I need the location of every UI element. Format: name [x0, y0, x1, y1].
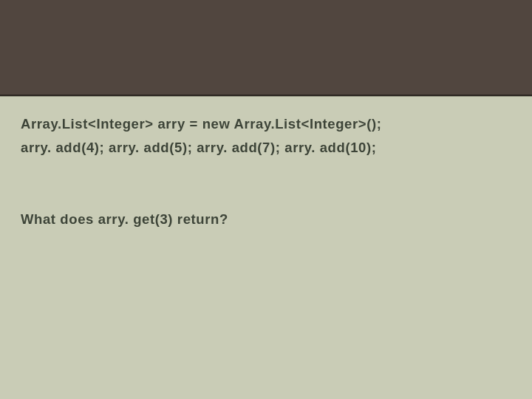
code-line-2: arry. add(4); arry. add(5); arry. add(7)…	[21, 137, 511, 159]
slide-content: Array.List<Integer> arry = new Array.Lis…	[0, 97, 532, 228]
code-line-1: Array.List<Integer> arry = new Array.Lis…	[21, 113, 511, 135]
question-text: What does arry. get(3) return?	[21, 211, 511, 228]
slide-header-bar	[0, 0, 532, 96]
